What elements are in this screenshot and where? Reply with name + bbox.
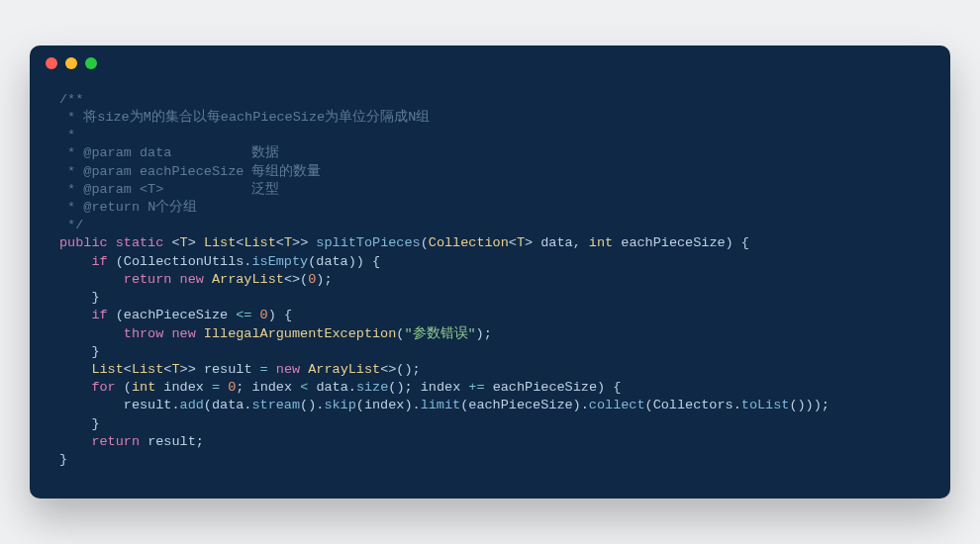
method: size [356, 380, 388, 395]
sp [220, 380, 228, 395]
indent [59, 308, 91, 322]
p: ( [300, 398, 308, 412]
indent [59, 272, 124, 287]
p: } [91, 290, 99, 305]
indent [59, 416, 91, 431]
p: ( [116, 254, 124, 269]
var: data [316, 254, 347, 269]
type: Collection [429, 235, 509, 250]
kw-public: public [59, 235, 108, 250]
var: Collectors [653, 398, 734, 412]
sp [108, 254, 116, 269]
p: . [171, 398, 179, 412]
p: <> [380, 362, 396, 377]
op: <= [236, 308, 251, 322]
op: += [468, 380, 484, 395]
javadoc-desc: 泛型 [251, 182, 279, 197]
kw-static: static [116, 235, 164, 250]
sp [196, 235, 204, 250]
sp [413, 380, 421, 395]
p: ; [196, 434, 204, 449]
sp [204, 380, 212, 395]
var: result [204, 362, 252, 377]
p: . [734, 398, 741, 412]
method: skip [324, 398, 355, 412]
method: limit [421, 398, 461, 412]
sp [364, 254, 372, 269]
javadoc-param: * @param <T> [59, 182, 251, 197]
type: IllegalArgumentException [204, 326, 396, 341]
sp [251, 362, 259, 377]
var: eachPieceSize [468, 398, 572, 412]
kw-return: return [124, 272, 172, 287]
minimize-icon[interactable] [65, 57, 77, 69]
indent [59, 326, 124, 341]
var: data [212, 398, 244, 412]
javadoc-return: * @return [59, 200, 147, 215]
indent [59, 398, 124, 412]
method: isEmpty [251, 254, 308, 269]
p: > [180, 362, 188, 377]
sp [292, 380, 300, 395]
p: ( [116, 308, 124, 322]
indent [59, 434, 91, 449]
p: . [581, 398, 589, 412]
var: data [316, 380, 347, 395]
p: ; [822, 398, 830, 412]
sp [140, 434, 147, 449]
var: index [163, 380, 204, 395]
type: List [204, 235, 236, 250]
p: < [171, 235, 179, 250]
p: <> [284, 272, 300, 287]
javadoc-desc: 数据 [251, 145, 279, 160]
close-icon[interactable] [46, 57, 57, 69]
p: ; [484, 326, 492, 341]
p: > [525, 235, 533, 250]
kw-for: for [91, 380, 115, 395]
p: { [741, 235, 749, 250]
p: < [124, 362, 132, 377]
p: ) [806, 398, 814, 412]
p: ) [726, 235, 734, 250]
p: > [188, 235, 196, 250]
p: ; [413, 362, 421, 377]
var: CollectionUtils [124, 254, 245, 269]
string: "参数错误" [404, 326, 475, 341]
p: ) [597, 380, 605, 395]
kw-new: new [276, 362, 300, 377]
type: List [91, 362, 123, 377]
sp [734, 235, 741, 250]
type: List [132, 362, 163, 377]
type: T [171, 362, 179, 377]
p: ) [798, 398, 806, 412]
p: ( [356, 398, 364, 412]
var: eachPieceSize [124, 308, 228, 322]
kw-throw: throw [124, 326, 164, 341]
var: result [124, 398, 172, 412]
p: ; [405, 380, 413, 395]
kw-return: return [91, 434, 140, 449]
method: collect [589, 398, 645, 412]
kw-new: new [180, 272, 204, 287]
p: > [292, 235, 300, 250]
javadoc-line: * [59, 128, 75, 142]
param: eachPieceSize [621, 235, 725, 250]
kw-if: if [91, 308, 107, 322]
p: ( [124, 380, 132, 395]
var: index [364, 398, 405, 412]
p: > [188, 362, 196, 377]
p: ( [300, 272, 308, 287]
p: < [276, 235, 284, 250]
kw-if: if [91, 254, 107, 269]
sp [196, 326, 204, 341]
p: ) [573, 398, 581, 412]
type: int [132, 380, 155, 395]
op: = [212, 380, 220, 395]
p: { [372, 254, 380, 269]
maximize-icon[interactable] [85, 57, 97, 69]
var: result [147, 434, 196, 449]
javadoc-desc: 每组的数量 [251, 164, 321, 179]
kw-new: new [171, 326, 195, 341]
type: List [244, 235, 275, 250]
javadoc-param: * @param eachPieceSize [59, 164, 251, 179]
